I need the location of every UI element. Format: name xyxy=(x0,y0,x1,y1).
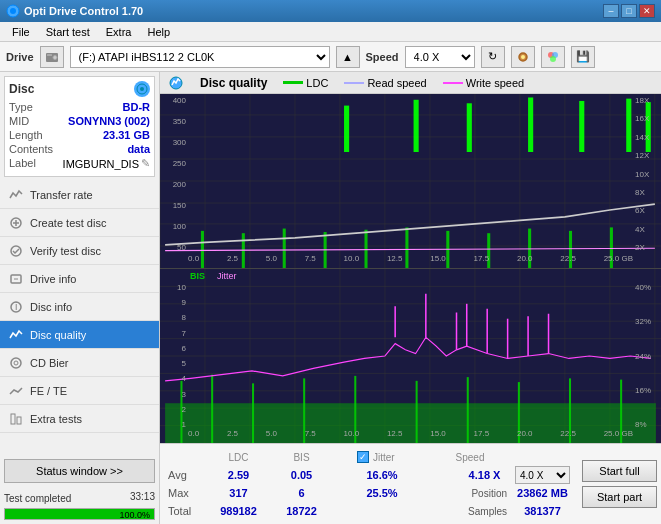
bis-legend-label: BIS xyxy=(190,271,205,281)
samples-label: Samples xyxy=(462,506,507,517)
app-icon xyxy=(6,4,20,18)
stats-avg-row: Avg 2.59 0.05 16.6% 4.18 X 4.0 X xyxy=(168,466,570,484)
content-area: Disc quality LDC Read speed Write speed xyxy=(160,72,661,524)
save-button[interactable]: 💾 xyxy=(571,46,595,68)
max-position: 23862 MB xyxy=(515,487,570,499)
drive-select[interactable]: (F:) ATAPI iHBS112 2 CL0K xyxy=(70,46,330,68)
sidebar-item-transfer-rate[interactable]: Transfer rate xyxy=(0,181,159,209)
speed-dropdown[interactable]: 4.0 X xyxy=(515,466,570,484)
legend-ldc-label: LDC xyxy=(306,77,328,89)
edit-icon[interactable]: ✎ xyxy=(141,157,150,170)
progress-bar: 100.0% xyxy=(4,508,155,520)
y-axis-left-upper: 400 350 300 250 200 150 100 50 xyxy=(160,94,188,254)
total-ldc: 989182 xyxy=(211,505,266,517)
sidebar-item-extra-tests[interactable]: Extra tests xyxy=(0,405,159,433)
start-part-button[interactable]: Start part xyxy=(582,486,657,508)
cd-bier-icon xyxy=(8,355,24,371)
svg-point-6 xyxy=(521,55,525,59)
sidebar-item-disc-info[interactable]: i Disc info xyxy=(0,293,159,321)
avg-jitter: 16.6% xyxy=(357,469,407,481)
sidebar-create-disc-label: Create test disc xyxy=(30,217,106,229)
title-bar: Opti Drive Control 1.70 – □ ✕ xyxy=(0,0,661,22)
disc-quality-title: Disc quality xyxy=(200,76,267,90)
menu-file[interactable]: File xyxy=(4,24,38,40)
drive-bar: Drive (F:) ATAPI iHBS112 2 CL0K ▲ Speed … xyxy=(0,42,661,72)
color-button[interactable] xyxy=(541,46,565,68)
legend-read: Read speed xyxy=(344,77,426,89)
progress-percent: 100.0% xyxy=(119,509,150,521)
max-label: Max xyxy=(168,487,203,499)
stats-max-row: Max 317 6 25.5% Position 23862 MB xyxy=(168,484,570,502)
legend-write-label: Write speed xyxy=(466,77,525,89)
sidebar-cd-bier-label: CD Bier xyxy=(30,357,69,369)
jitter-check[interactable]: ✓ xyxy=(357,451,369,463)
avg-ldc: 2.59 xyxy=(211,469,266,481)
drive-icon-btn[interactable] xyxy=(40,46,64,68)
svg-point-9 xyxy=(550,56,556,62)
disc-info-icon: i xyxy=(8,299,24,315)
svg-rect-58 xyxy=(467,103,472,152)
jitter-checkbox-area[interactable]: ✓ Jitter xyxy=(357,451,395,463)
sidebar-verify-disc-label: Verify test disc xyxy=(30,245,101,257)
main-layout: Disc Type BD-R MID SONYNN3 (002) Length … xyxy=(0,72,661,524)
eject-button[interactable]: ▲ xyxy=(336,46,360,68)
extra-tests-icon xyxy=(8,411,24,427)
y-label-200: 200 xyxy=(160,180,188,189)
bottom-panel: LDC BIS ✓ Jitter Speed Avg 2.59 0.05 xyxy=(160,443,661,524)
position-label: Position xyxy=(462,488,507,499)
drive-label: Drive xyxy=(6,51,34,63)
disc-header-label: Disc xyxy=(9,82,34,96)
menu-bar: File Start test Extra Help xyxy=(0,22,661,42)
avg-label: Avg xyxy=(168,469,203,481)
action-buttons: Start full Start part xyxy=(578,444,661,524)
menu-start-test[interactable]: Start test xyxy=(38,24,98,40)
disc-panel: Disc Type BD-R MID SONYNN3 (002) Length … xyxy=(4,76,155,177)
sidebar-extra-tests-label: Extra tests xyxy=(30,413,82,425)
y-label-400: 400 xyxy=(160,96,188,105)
svg-rect-60 xyxy=(579,101,584,152)
total-samples: 381377 xyxy=(515,505,570,517)
sidebar-item-disc-quality[interactable]: Disc quality xyxy=(0,321,159,349)
y-label-250: 250 xyxy=(160,159,188,168)
window-controls: – □ ✕ xyxy=(603,4,655,18)
speed-label: Speed xyxy=(366,51,399,63)
maximize-button[interactable]: □ xyxy=(621,4,637,18)
progress-area: Test completed 33:13 100.0% xyxy=(0,487,159,524)
legend-read-label: Read speed xyxy=(367,77,426,89)
y-label-300: 300 xyxy=(160,138,188,147)
write-color xyxy=(443,82,463,84)
settings-button[interactable] xyxy=(511,46,535,68)
sidebar-item-cd-bier[interactable]: CD Bier xyxy=(0,349,159,377)
refresh-button[interactable]: ↻ xyxy=(481,46,505,68)
disc-icon[interactable] xyxy=(134,81,150,97)
status-window-button[interactable]: Status window >> xyxy=(4,459,155,483)
ldc-color xyxy=(283,81,303,84)
y-label-50: 50 xyxy=(160,243,188,252)
sidebar-item-fe-te[interactable]: FE / TE xyxy=(0,377,159,405)
speed-col-header: Speed xyxy=(440,452,500,463)
sidebar: Disc Type BD-R MID SONYNN3 (002) Length … xyxy=(0,72,160,524)
avg-bis: 0.05 xyxy=(274,469,329,481)
sidebar-item-drive-info[interactable]: Drive info xyxy=(0,265,159,293)
mid-key: MID xyxy=(9,115,29,127)
minimize-button[interactable]: – xyxy=(603,4,619,18)
lower-chart-svg xyxy=(160,269,661,443)
sidebar-transfer-rate-label: Transfer rate xyxy=(30,189,93,201)
speed-select[interactable]: 4.0 X xyxy=(405,46,475,68)
mid-val: SONYNN3 (002) xyxy=(68,115,150,127)
stats-total-row: Total 989182 18722 Samples 381377 xyxy=(168,502,570,520)
svg-rect-56 xyxy=(344,106,349,152)
svg-point-3 xyxy=(53,55,57,59)
drive-info-icon xyxy=(8,271,24,287)
menu-help[interactable]: Help xyxy=(139,24,178,40)
sidebar-item-verify-test-disc[interactable]: Verify test disc xyxy=(0,237,159,265)
contents-key: Contents xyxy=(9,143,53,155)
sidebar-fe-te-label: FE / TE xyxy=(30,385,67,397)
start-full-button[interactable]: Start full xyxy=(582,460,657,482)
close-button[interactable]: ✕ xyxy=(639,4,655,18)
y-label-100: 100 xyxy=(160,222,188,231)
y-axis-left-lower: 10 9 8 7 6 5 4 3 2 1 xyxy=(160,283,188,429)
sidebar-item-create-test-disc[interactable]: Create test disc xyxy=(0,209,159,237)
menu-extra[interactable]: Extra xyxy=(98,24,140,40)
create-disc-icon xyxy=(8,215,24,231)
